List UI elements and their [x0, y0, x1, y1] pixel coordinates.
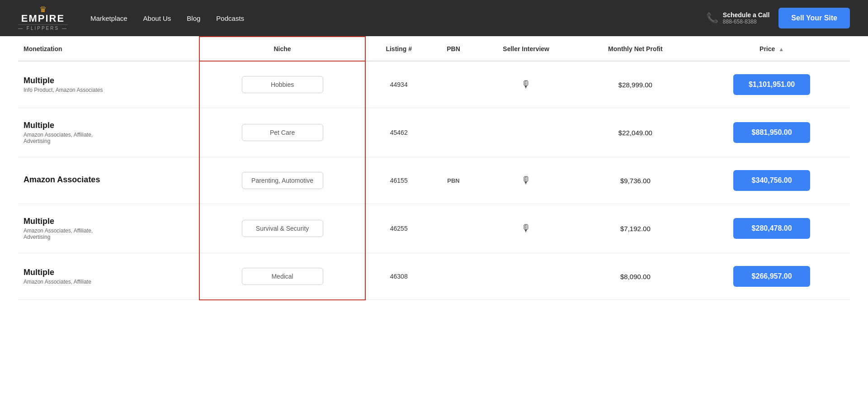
cell-monetization: Multiple Amazon Associates, Affiliate, A…	[18, 204, 199, 253]
header-monetization: Monetization	[18, 37, 199, 61]
header-monthly-net-profit: Monthly Net Profit	[577, 37, 694, 61]
cell-pbn	[432, 204, 475, 253]
call-number: 888-658-8388	[723, 19, 769, 25]
cell-listing: 46308	[365, 253, 432, 300]
header-niche: Niche	[199, 37, 365, 61]
header-pbn: PBN	[432, 37, 475, 61]
price-button[interactable]: $881,950.00	[733, 122, 810, 143]
navbar-right: 📞 Schedule a Call 888-658-8388 Sell Your…	[706, 8, 850, 28]
price-button[interactable]: $266,957.00	[733, 266, 810, 287]
schedule-call[interactable]: 📞 Schedule a Call 888-658-8388	[706, 11, 769, 25]
monetization-main: Multiple	[24, 268, 193, 277]
monthly-profit-value: $7,192.00	[620, 225, 651, 232]
cell-interview: 🎙	[475, 157, 577, 204]
phone-icon: 📞	[706, 12, 718, 24]
price-button[interactable]: $1,101,951.00	[733, 74, 810, 95]
table-row: Multiple Amazon Associates, Affiliate, A…	[18, 204, 850, 253]
cell-niche: Hobbies	[199, 61, 365, 108]
cell-monthly-profit: $22,049.00	[577, 108, 694, 157]
nav-podcasts[interactable]: Podcasts	[216, 14, 244, 22]
monetization-main: Amazon Associates	[24, 175, 193, 185]
header-listing: Listing #	[365, 37, 432, 61]
cell-price[interactable]: $1,101,951.00	[693, 61, 850, 108]
cell-monetization: Multiple Amazon Associates, Affiliate	[18, 253, 199, 300]
cell-listing: 45462	[365, 108, 432, 157]
cell-monthly-profit: $7,192.00	[577, 204, 694, 253]
microphone-icon: 🎙	[521, 79, 531, 90]
header-seller-interview: Seller Interview	[475, 37, 577, 61]
monetization-sub: Amazon Associates, Affiliate, Advertisin…	[24, 132, 114, 144]
nav-links: Marketplace About Us Blog Podcasts	[90, 14, 244, 22]
niche-button[interactable]: Pet Care	[242, 124, 323, 141]
table-row: Multiple Amazon Associates, Affiliate, A…	[18, 108, 850, 157]
cell-listing: 44934	[365, 61, 432, 108]
marketplace-table-container: Monetization Niche Listing # PBN Seller …	[0, 36, 868, 300]
microphone-icon: 🎙	[521, 175, 531, 186]
monetization-sub: Amazon Associates, Affiliate, Advertisin…	[24, 228, 114, 240]
listings-table: Monetization Niche Listing # PBN Seller …	[18, 36, 850, 300]
cell-listing: 46155	[365, 157, 432, 204]
nav-about-us[interactable]: About Us	[143, 14, 171, 22]
cell-price[interactable]: $881,950.00	[693, 108, 850, 157]
monthly-profit-value: $9,736.00	[620, 177, 651, 185]
table-body: Multiple Info Product, Amazon Associates…	[18, 61, 850, 300]
cell-pbn: PBN	[432, 157, 475, 204]
cell-price[interactable]: $266,957.00	[693, 253, 850, 300]
monthly-profit-value: $28,999.00	[618, 81, 652, 89]
monetization-sub: Info Product, Amazon Associates	[24, 87, 114, 93]
cell-interview	[475, 253, 577, 300]
cell-interview: 🎙	[475, 204, 577, 253]
nav-blog[interactable]: Blog	[187, 14, 200, 22]
niche-button[interactable]: Survival & Security	[242, 220, 323, 237]
price-button[interactable]: $280,478.00	[733, 218, 810, 239]
nav-marketplace[interactable]: Marketplace	[90, 14, 127, 22]
niche-button[interactable]: Medical	[242, 268, 323, 285]
monetization-main: Multiple	[24, 76, 193, 85]
call-label: Schedule a Call	[723, 11, 769, 19]
monetization-sub: Amazon Associates, Affiliate	[24, 279, 114, 285]
cell-monthly-profit: $8,090.00	[577, 253, 694, 300]
table-header-row: Monetization Niche Listing # PBN Seller …	[18, 37, 850, 61]
cell-monetization: Multiple Info Product, Amazon Associates	[18, 61, 199, 108]
cell-interview: 🎙	[475, 61, 577, 108]
navbar-left: ♛ EMPIRE — FLIPPERS — Marketplace About …	[18, 5, 244, 31]
logo-flippers-text: — FLIPPERS —	[18, 24, 68, 31]
cell-monetization: Amazon Associates	[18, 157, 199, 204]
monthly-profit-value: $8,090.00	[620, 273, 651, 280]
niche-button[interactable]: Parenting, Automotive	[242, 172, 323, 189]
table-row: Amazon Associates Parenting, Automotive …	[18, 157, 850, 204]
logo-empire-text: EMPIRE	[21, 14, 65, 24]
call-text: Schedule a Call 888-658-8388	[723, 11, 769, 25]
table-row: Multiple Info Product, Amazon Associates…	[18, 61, 850, 108]
table-row: Multiple Amazon Associates, Affiliate Me…	[18, 253, 850, 300]
monthly-profit-value: $22,049.00	[618, 129, 652, 137]
cell-pbn	[432, 61, 475, 108]
pbn-badge: PBN	[447, 177, 459, 184]
cell-price[interactable]: $340,756.00	[693, 157, 850, 204]
cell-niche: Pet Care	[199, 108, 365, 157]
cell-niche: Survival & Security	[199, 204, 365, 253]
cell-pbn	[432, 253, 475, 300]
logo[interactable]: ♛ EMPIRE — FLIPPERS —	[18, 5, 68, 31]
price-button[interactable]: $340,756.00	[733, 170, 810, 191]
cell-listing: 46255	[365, 204, 432, 253]
cell-monthly-profit: $9,736.00	[577, 157, 694, 204]
microphone-icon: 🎙	[521, 223, 531, 234]
cell-monetization: Multiple Amazon Associates, Affiliate, A…	[18, 108, 199, 157]
monetization-main: Multiple	[24, 121, 193, 130]
header-price: Price ▲	[693, 37, 850, 61]
sell-your-site-button[interactable]: Sell Your Site	[778, 8, 850, 28]
cell-niche: Parenting, Automotive	[199, 157, 365, 204]
niche-button[interactable]: Hobbies	[242, 76, 323, 93]
sort-arrow-icon: ▲	[778, 46, 784, 52]
cell-pbn	[432, 108, 475, 157]
monetization-main: Multiple	[24, 217, 193, 226]
cell-niche: Medical	[199, 253, 365, 300]
cell-interview	[475, 108, 577, 157]
cell-price[interactable]: $280,478.00	[693, 204, 850, 253]
cell-monthly-profit: $28,999.00	[577, 61, 694, 108]
navbar: ♛ EMPIRE — FLIPPERS — Marketplace About …	[0, 0, 868, 36]
